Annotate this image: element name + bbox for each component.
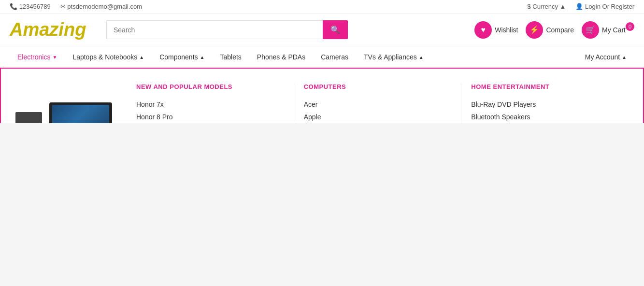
email-icon: ✉: [60, 3, 68, 10]
phone-icon: 📞: [10, 3, 19, 10]
wishlist-button[interactable]: ♥ Wishlist: [474, 21, 518, 39]
phone-info: 📞 123456789: [10, 3, 51, 10]
header: Amazing 🔍 ♥ Wishlist ⚡ Compare 🛒 My Cart…: [0, 14, 644, 46]
nav-item-electronics[interactable]: Electronics ▼ NEW AND POPULAR MODELS Ho: [10, 46, 65, 68]
compare-button[interactable]: ⚡ Compare: [526, 21, 574, 39]
list-item[interactable]: Blu-Ray DVD Players: [471, 98, 619, 111]
pc-tower: [15, 112, 42, 124]
cart-count-badge: 0: [626, 22, 634, 31]
col1-list: Honor 7x Honor 8 Pro Honor 9 Lite Mobile…: [136, 98, 284, 123]
pc-computer-image: [15, 102, 112, 124]
search-button[interactable]: 🔍: [323, 20, 348, 39]
logo-text: Amazing: [10, 19, 86, 40]
heart-icon: ♥: [481, 26, 486, 34]
col2-list: Acer Apple Dell Fujitsu Hitachi Panasoni…: [304, 98, 452, 123]
dropdown-col-computers: COMPUTERS Acer Apple Dell Fujitsu Hitach…: [294, 83, 462, 123]
tvs-caret-icon: ▲: [419, 55, 424, 60]
nav-item-cameras[interactable]: Cameras: [313, 46, 356, 68]
nav-item-tablets[interactable]: Tablets: [212, 46, 249, 68]
nav-item-components[interactable]: Components ▲: [152, 46, 212, 68]
logo[interactable]: Amazing: [10, 19, 97, 40]
email-info: ✉ ptsdemodemo@gmail.com: [60, 3, 142, 10]
search-input[interactable]: [106, 20, 323, 39]
list-item[interactable]: Acer: [304, 98, 452, 111]
currency-caret-icon: ▲: [560, 3, 566, 10]
dropdown-image-area: [15, 83, 127, 123]
cart-icon-circle: 🛒: [582, 21, 599, 39]
user-icon: 👤: [575, 3, 585, 10]
electronics-caret-icon: ▼: [52, 55, 57, 60]
compare-icon-circle: ⚡: [526, 21, 543, 39]
pc-monitor: [49, 102, 112, 124]
cart-button[interactable]: 🛒 My Cart 0: [582, 21, 634, 39]
nav-item-tvs[interactable]: TVs & Appliances ▲: [356, 46, 431, 68]
header-actions: ♥ Wishlist ⚡ Compare 🛒 My Cart 0: [474, 21, 634, 39]
col3-title: HOME ENTERTAINMENT: [471, 83, 619, 90]
wishlist-icon-circle: ♥: [474, 21, 492, 39]
nav-item-my-account[interactable]: My Account ▲: [577, 46, 634, 68]
dropdown-col-home-entertainment: HOME ENTERTAINMENT Blu-Ray DVD Players B…: [461, 83, 629, 123]
login-register-link[interactable]: 👤 Login Or Register: [575, 3, 634, 10]
top-bar-left: 📞 123456789 ✉ ptsdemodemo@gmail.com: [10, 3, 142, 10]
list-item[interactable]: Apple: [304, 111, 452, 123]
list-item[interactable]: Honor 8 Pro: [136, 111, 284, 123]
col1-title: NEW AND POPULAR MODELS: [136, 83, 284, 90]
cart-icon: 🛒: [586, 25, 595, 34]
compare-icon: ⚡: [530, 25, 539, 34]
list-item[interactable]: Bluetooth Speakers: [471, 111, 619, 123]
col2-title: COMPUTERS: [304, 83, 452, 90]
nav-item-laptops[interactable]: Laptops & Notebooks ▲: [65, 46, 152, 68]
dropdown-col-new-models: NEW AND POPULAR MODELS Honor 7x Honor 8 …: [127, 83, 294, 123]
navigation: Electronics ▼ NEW AND POPULAR MODELS Ho: [0, 46, 644, 68]
col3-list: Blu-Ray DVD Players Bluetooth Speakers D…: [471, 98, 619, 123]
search-icon: 🔍: [330, 26, 340, 34]
nav-item-phones[interactable]: Phones & PDAs: [249, 46, 313, 68]
electronics-dropdown: NEW AND POPULAR MODELS Honor 7x Honor 8 …: [0, 68, 644, 123]
account-caret-icon: ▲: [622, 55, 627, 60]
top-bar-right: $ Currency ▲ 👤 Login Or Register: [527, 3, 634, 10]
currency-selector[interactable]: $ Currency ▲: [527, 3, 566, 10]
laptops-caret-icon: ▲: [139, 55, 144, 60]
search-bar: 🔍: [106, 20, 348, 39]
pc-screen: [52, 105, 109, 124]
list-item[interactable]: Honor 7x: [136, 98, 284, 111]
components-caret-icon: ▲: [200, 55, 205, 60]
top-bar: 📞 123456789 ✉ ptsdemodemo@gmail.com $ Cu…: [0, 0, 644, 14]
